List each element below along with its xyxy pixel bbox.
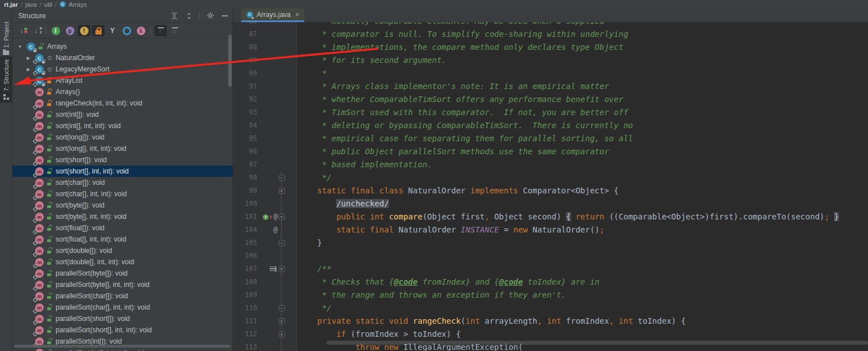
- fold-marker-icon[interactable]: +: [279, 214, 285, 220]
- autoscroll-from-source-icon[interactable]: [154, 25, 167, 36]
- tree-item[interactable]: sort(int[], int, int): void: [12, 120, 233, 132]
- code-line[interactable]: 105− }: [233, 236, 868, 249]
- expand-right-icon[interactable]: ▶: [24, 67, 32, 72]
- visibility-public-icon: [47, 315, 53, 322]
- code-line[interactable]: 108 * Checks that {@code fromIndex} and …: [233, 276, 868, 289]
- code-line[interactable]: 111∨ private static void rangeCheck(int …: [233, 315, 868, 328]
- fold-marker-icon[interactable]: −: [279, 175, 285, 181]
- code-line[interactable]: 99∨ static final class NaturalOrder impl…: [233, 184, 868, 197]
- code-editor[interactable]: 86 * mutually comparable elements. May b…: [233, 22, 868, 351]
- tree-item[interactable]: sort(double[], int, int): void: [12, 256, 233, 268]
- tool-window-button-structure[interactable]: 7: Structure: [0, 56, 12, 103]
- implemented-arrow-icon[interactable]: ↑: [269, 210, 272, 223]
- code-text: * for its second argument.: [297, 54, 446, 67]
- show-non-public-icon[interactable]: [92, 25, 104, 36]
- tree-item[interactable]: parallelSort(char[]): void: [12, 290, 233, 302]
- code-line[interactable]: 100 /unchecked/: [233, 197, 868, 210]
- fold-marker-icon[interactable]: −: [279, 305, 285, 311]
- tab-close-icon[interactable]: ×: [295, 11, 299, 19]
- code-line[interactable]: 91 * Arrays class implementor's note: It…: [233, 80, 868, 93]
- tree-item[interactable]: parallelSort(byte[], int, int): void: [12, 279, 233, 290]
- code-line[interactable]: 87 * comparator is null. To simplify cod…: [233, 28, 868, 41]
- code-line[interactable]: 109 * the range and throws an exception …: [233, 289, 868, 302]
- tree-item[interactable]: sort(byte[], int, int): void: [12, 211, 233, 222]
- tree-item[interactable]: ▶NaturalOrder: [12, 52, 233, 64]
- sort-by-visibility-icon[interactable]: ↓: [15, 25, 28, 36]
- tree-item[interactable]: parallelSort(byte[]): void: [12, 268, 233, 279]
- autoscroll-to-source-icon[interactable]: [169, 25, 181, 36]
- collapse-all-icon[interactable]: [184, 11, 194, 20]
- tab-arrays-java[interactable]: C Arrays.java ×: [241, 9, 304, 22]
- tree-item[interactable]: sort(char[]): void: [12, 177, 233, 188]
- show-properties-icon[interactable]: p: [64, 25, 76, 36]
- code-line[interactable]: 96 * public Object parallelSort methods …: [233, 145, 868, 158]
- tool-window-button-project[interactable]: 1: Project: [0, 19, 12, 58]
- code-line[interactable]: 110− */: [233, 302, 868, 315]
- tree-item[interactable]: rangeCheck(int, int, int): void: [12, 98, 233, 109]
- code-line[interactable]: 112∨ if (fromIndex > toIndex) {: [233, 328, 868, 341]
- code-line[interactable]: 107∨ /**: [233, 263, 868, 276]
- annotation-at-icon[interactable]: @: [274, 210, 278, 223]
- show-lambdas-icon[interactable]: λ: [135, 25, 147, 36]
- tree-horizontal-scrollbar[interactable]: [14, 345, 230, 348]
- code-line[interactable]: 101↑↑@+ public int compare(Object first,…: [233, 210, 868, 223]
- tree-item[interactable]: sort(int[]): void: [12, 109, 233, 120]
- expand-all-icon[interactable]: [170, 11, 179, 20]
- fold-marker-icon[interactable]: −: [279, 240, 285, 246]
- overrides-method-icon[interactable]: ↑: [263, 214, 269, 220]
- code-text: /**: [297, 263, 332, 276]
- method-icon: [35, 213, 44, 221]
- tree-item[interactable]: sort(long[]): void: [12, 132, 233, 143]
- breadcrumb-item[interactable]: java: [26, 1, 37, 8]
- tree-vertical-scrollbar[interactable]: [228, 35, 232, 87]
- tree-item[interactable]: sort(short[], int, int): void: [12, 166, 233, 177]
- code-line[interactable]: 94 * deleting or bypassing ComparableTim…: [233, 119, 868, 132]
- tree-item[interactable]: ▶LegacyMergeSort: [12, 64, 233, 75]
- tree-item[interactable]: sort(long[], int, int): void: [12, 143, 233, 154]
- show-interfaces-icon[interactable]: [120, 25, 133, 36]
- code-line[interactable]: 97 * based implementation.: [233, 158, 868, 171]
- breadcrumb-item[interactable]: rt.jar: [4, 1, 18, 8]
- tree-item[interactable]: parallelSort(char[], int, int): void: [12, 302, 233, 313]
- tree-item[interactable]: ArrayList: [12, 75, 233, 86]
- sort-alphabetically-icon[interactable]: ↓az: [30, 25, 42, 36]
- code-line[interactable]: 88 * implementations, the compare method…: [233, 41, 868, 54]
- code-line[interactable]: 95 * empirical case for separating them …: [233, 132, 868, 145]
- expand-down-icon[interactable]: ▼: [16, 44, 24, 49]
- expand-right-icon[interactable]: ▶: [24, 56, 32, 61]
- code-line[interactable]: 98− */: [233, 171, 868, 184]
- tree-item[interactable]: sort(double[]): void: [12, 245, 233, 256]
- breadcrumb-item[interactable]: util: [44, 1, 52, 8]
- tree-item[interactable]: sort(float[], int, int): void: [12, 234, 233, 245]
- tree-item[interactable]: Arrays(): [12, 86, 233, 98]
- fold-marker-icon[interactable]: ∨: [279, 266, 285, 272]
- tree-item[interactable]: sort(char[], int, int): void: [12, 188, 233, 200]
- code-line[interactable]: 92 * whether ComparableTimSort offers an…: [233, 93, 868, 106]
- tree-item[interactable]: parallelSort(short[], int, int): void: [12, 324, 233, 336]
- code-line[interactable]: 90 *: [233, 67, 868, 80]
- line-number: 98: [233, 171, 257, 184]
- code-line[interactable]: 104@ static final NaturalOrder INSTANCE …: [233, 223, 868, 236]
- code-line[interactable]: 93 * TimSort used with this comparator. …: [233, 106, 868, 119]
- fold-marker-icon[interactable]: ∨: [279, 188, 285, 194]
- show-fields-icon[interactable]: f: [78, 25, 90, 36]
- hide-panel-icon[interactable]: [220, 11, 229, 20]
- settings-gear-icon[interactable]: [206, 11, 215, 20]
- show-anonymous-classes-icon[interactable]: Y: [106, 25, 119, 36]
- tree-item[interactable]: parallelSort(int[], int, int): void: [12, 347, 233, 351]
- code-line[interactable]: 86 * mutually comparable elements. May b…: [233, 22, 868, 28]
- code-line[interactable]: 106: [233, 249, 868, 263]
- annotation-at-icon[interactable]: @: [274, 223, 278, 236]
- code-line[interactable]: 89 * for its second argument.: [233, 54, 868, 67]
- fold-marker-icon[interactable]: ∨: [279, 331, 285, 337]
- tree-item[interactable]: parallelSort(short[]): void: [12, 313, 233, 324]
- show-inherited-icon[interactable]: I: [49, 25, 62, 36]
- render-doc-icon[interactable]: [270, 267, 276, 272]
- tree-item[interactable]: ▼Arrays: [12, 41, 233, 52]
- tree-item[interactable]: sort(short[]): void: [12, 154, 233, 166]
- tree-item[interactable]: sort(byte[]): void: [12, 200, 233, 211]
- breadcrumb-item[interactable]: Arrays: [69, 1, 87, 8]
- editor-horizontal-scrollbar[interactable]: [326, 341, 868, 345]
- tree-item[interactable]: sort(float[]): void: [12, 222, 233, 234]
- fold-marker-icon[interactable]: ∨: [279, 318, 285, 324]
